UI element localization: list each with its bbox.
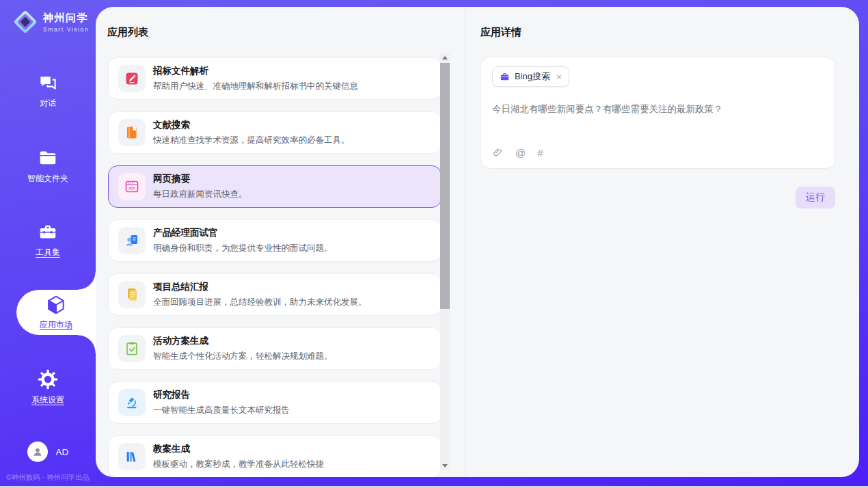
- tool-chip-label: Bing搜索: [515, 70, 550, 83]
- folder-icon: [38, 148, 58, 168]
- cube-icon: [45, 294, 67, 316]
- chat-icon: [38, 72, 58, 93]
- svg-text:</>: </>: [128, 186, 135, 191]
- app-card-event-plan[interactable]: 活动方案生成 智能生成个性化活动方案，轻松解决规划难题。: [108, 327, 442, 370]
- app-desc: 帮助用户快速、准确地理解和解析招标书中的关键信息: [153, 81, 358, 92]
- avatar: [27, 442, 48, 462]
- app-desc: 一键智能生成高质量长文本研究报告: [153, 405, 290, 416]
- sidebar-item-label: 对话: [40, 98, 56, 109]
- book-icon: [118, 119, 146, 146]
- interview-icon: [118, 227, 146, 254]
- hash-icon[interactable]: #: [537, 147, 543, 159]
- brand-name: 神州问学: [43, 12, 89, 25]
- user-initials: AD: [56, 447, 69, 457]
- app-list-panel: 应用列表 招标文件解析 帮助用户快速、准确地理解和解析招标书中的关键信息: [96, 7, 465, 477]
- diamond-logo-icon: [12, 9, 38, 35]
- copyright-text: ©神州数码 · 神州问学出品: [0, 473, 96, 483]
- triangle-down-icon: [442, 464, 448, 467]
- app-desc: 快速精准查找学术资源，提高研究效率的必备工具。: [153, 135, 350, 146]
- sidebar-item-chat[interactable]: 对话: [0, 72, 96, 109]
- app-title: 项目总结汇报: [153, 281, 367, 293]
- app-list: 招标文件解析 帮助用户快速、准确地理解和解析招标书中的关键信息 文献搜索 快速精…: [108, 57, 442, 477]
- app-title: 招标文件解析: [153, 65, 358, 77]
- sidebar-item-label: 应用市场: [40, 319, 72, 331]
- content-area: 应用列表 招标文件解析 帮助用户快速、准确地理解和解析招标书中的关键信息: [96, 7, 859, 477]
- at-icon[interactable]: @: [515, 147, 526, 159]
- app-card-web-summary[interactable]: </> 网页摘要 每日政府新闻资讯快查。: [108, 165, 442, 208]
- microscope-icon: [118, 389, 146, 416]
- scroll-down-button[interactable]: [440, 461, 450, 470]
- report-doc-icon: [118, 281, 146, 308]
- document-edit-icon: [118, 65, 146, 92]
- gear-icon: [38, 369, 58, 390]
- brand-subtitle: Smart Vision: [43, 26, 89, 33]
- app-card-lesson-plan[interactable]: 教案生成 模板驱动，教案秒成，教学准备从此轻松快捷: [108, 435, 442, 477]
- user-account[interactable]: AD: [0, 442, 96, 462]
- app-detail-panel: 应用详情 Bing搜索 × 今日湖北有哪些新闻要点？有哪些需要关注的最新政策？: [465, 7, 859, 477]
- app-desc: 全面回顾项目进展，总结经验教训，助力未来优化发展。: [153, 297, 367, 308]
- app-title: 产品经理面试官: [153, 227, 333, 239]
- briefcase-icon: [500, 72, 510, 82]
- app-card-pm-interviewer[interactable]: 产品经理面试官 明确身份和职责，为您提供专业性的面试问题。: [108, 219, 442, 262]
- brand-logo: 神州问学 Smart Vision: [12, 9, 89, 35]
- app-title: 文献搜索: [153, 119, 350, 131]
- app-card-tender-analysis[interactable]: 招标文件解析 帮助用户快速、准确地理解和解析招标书中的关键信息: [108, 57, 442, 100]
- app-title: 研究报告: [153, 389, 290, 401]
- input-actions: @ #: [492, 147, 824, 159]
- sidebar-item-toolset[interactable]: 工具集: [0, 221, 96, 258]
- app-card-research-report[interactable]: 研究报告 一键智能生成高质量长文本研究报告: [108, 381, 442, 424]
- prompt-input-card: Bing搜索 × 今日湖北有哪些新闻要点？有哪些需要关注的最新政策？ @ #: [480, 57, 835, 169]
- list-scrollbar[interactable]: [440, 53, 450, 470]
- clipboard-check-icon: [118, 335, 146, 362]
- app-list-title: 应用列表: [107, 26, 465, 39]
- app-card-project-summary[interactable]: 项目总结汇报 全面回顾项目进展，总结经验教训，助力未来优化发展。: [108, 273, 442, 316]
- scroll-up-button[interactable]: [440, 53, 450, 62]
- app-card-literature-search[interactable]: 文献搜索 快速精准查找学术资源，提高研究效率的必备工具。: [108, 111, 442, 154]
- close-icon[interactable]: ×: [556, 72, 562, 82]
- sidebar-item-app-market[interactable]: 应用市场: [16, 290, 96, 335]
- sidebar-item-label: 工具集: [36, 247, 60, 258]
- triangle-up-icon: [442, 56, 448, 59]
- app-title: 教案生成: [153, 443, 324, 455]
- sidebar-item-smart-folder[interactable]: 智能文件夹: [0, 148, 96, 185]
- app-desc: 每日政府新闻资讯快查。: [153, 189, 247, 200]
- paperclip-icon[interactable]: [492, 147, 504, 159]
- app-title: 活动方案生成: [153, 335, 333, 347]
- app-desc: 明确身份和职责，为您提供专业性的面试问题。: [153, 243, 333, 254]
- tool-chip-bing-search[interactable]: Bing搜索 ×: [492, 66, 569, 87]
- sidebar-item-settings[interactable]: 系统设置: [0, 369, 96, 406]
- query-text[interactable]: 今日湖北有哪些新闻要点？有哪些需要关注的最新政策？: [492, 103, 824, 116]
- books-icon: [118, 443, 146, 470]
- app-desc: 模板驱动，教案秒成，教学准备从此轻松快捷: [153, 459, 324, 470]
- sidebar-item-label: 智能文件夹: [27, 173, 68, 185]
- sidebar: 神州问学 Smart Vision 对话 智能文件夹: [0, 0, 96, 488]
- sidebar-item-label: 系统设置: [31, 394, 64, 406]
- browser-code-icon: </>: [118, 173, 146, 200]
- app-detail-title: 应用详情: [480, 26, 835, 39]
- run-button[interactable]: 运行: [796, 187, 835, 208]
- toolbox-icon: [38, 221, 58, 242]
- app-window: { "brand": { "name": "神州问学", "subtitle":…: [0, 0, 868, 488]
- app-desc: 智能生成个性化活动方案，轻松解决规划难题。: [153, 351, 333, 362]
- app-title: 网页摘要: [153, 173, 247, 185]
- scrollbar-thumb[interactable]: [440, 63, 450, 309]
